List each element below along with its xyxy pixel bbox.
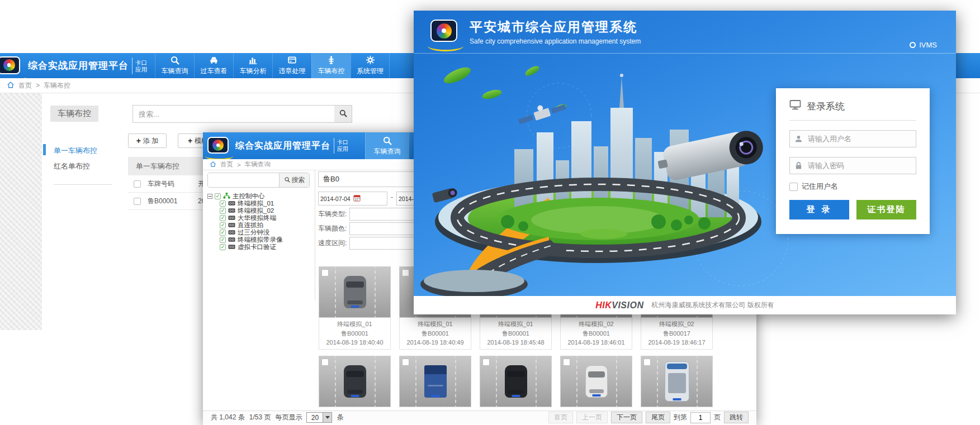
result-caption: 终端模拟_01 鲁B00001 2014-08-19 18:40:49 — [399, 318, 471, 350]
camera-icon — [228, 208, 235, 214]
camera-search-button[interactable]: 搜索 — [279, 173, 309, 187]
vehicle-photo-bus — [641, 356, 713, 407]
tree-checkbox[interactable] — [220, 230, 226, 236]
nav-system-management[interactable]: 系统管理 — [351, 53, 390, 78]
result-card[interactable] — [641, 356, 713, 407]
tree-checkbox[interactable] — [220, 208, 226, 214]
tree-checkbox[interactable] — [220, 222, 226, 228]
add-button[interactable]: + 添 加 — [128, 133, 167, 148]
search-icon — [284, 176, 290, 184]
tree-checkbox[interactable] — [220, 215, 226, 221]
sidebar-item-single-vehicle[interactable]: 单一车辆布控 — [54, 146, 97, 156]
main-nav: 车辆查询 过车查看 车辆分析 违章处理 车辆布控 系统管理 — [155, 53, 390, 78]
search-input[interactable] — [132, 105, 335, 123]
goto-button[interactable]: 跳转 — [724, 412, 749, 423]
last-page-button[interactable]: 尾页 — [646, 412, 670, 423]
nav-passing-vehicles[interactable]: 过车查看 — [194, 53, 233, 78]
photo-checkbox[interactable] — [321, 269, 329, 276]
goto-page-input[interactable] — [690, 412, 711, 423]
app-logo — [0, 56, 23, 75]
camera-tree: 主控制中心 终端模拟_01 终端模拟_02 大华模拟终端 直连抓拍 — [207, 193, 313, 251]
search-button[interactable] — [334, 105, 352, 123]
page-margin-pattern — [0, 93, 42, 330]
remember-checkbox[interactable] — [789, 183, 798, 191]
sidebar-header: 车辆布控 — [50, 106, 98, 122]
search-icon — [382, 136, 392, 145]
tree-checkbox[interactable] — [220, 200, 226, 207]
app-logo — [430, 20, 461, 44]
result-card[interactable] — [399, 356, 471, 407]
photo-checkbox[interactable] — [643, 359, 651, 366]
goto-unit: 页 — [714, 413, 721, 422]
app-tag: 卡口 应用 — [334, 138, 348, 154]
violation-card-icon — [287, 55, 297, 65]
per-page-select[interactable]: 20 — [306, 412, 332, 423]
select-all-checkbox[interactable] — [134, 180, 141, 188]
photo-checkbox[interactable] — [563, 359, 570, 366]
breadcrumb-current: 车辆查询 — [245, 160, 271, 169]
gear-icon — [366, 55, 375, 65]
speed-range-label: 速度区间: — [318, 238, 347, 248]
tree-checkbox[interactable] — [220, 237, 226, 243]
nav-vehicle-query[interactable]: 车辆查询 — [155, 53, 194, 78]
first-page-button[interactable]: 首页 — [548, 412, 573, 423]
calendar-icon — [353, 194, 385, 203]
app-tag: 卡口 应用 — [132, 58, 147, 74]
photo-checkbox[interactable] — [402, 269, 409, 276]
pagination-controls: 首页 上一页 下一页 尾页 到第 页 跳转 — [548, 412, 749, 423]
result-card[interactable] — [480, 356, 552, 407]
system-title: 平安城市综合应用管理系统 — [470, 18, 641, 36]
nav-vehicle-deployment[interactable]: 车辆布控 — [311, 53, 351, 78]
vehicle-color-label: 车辆颜色: — [318, 224, 347, 233]
camera-icon — [228, 215, 235, 222]
nav-violation-handling[interactable]: 违章处理 — [272, 53, 311, 78]
username-field-wrap — [789, 130, 916, 147]
camera-icon — [228, 200, 235, 207]
camera-search-box: 搜索 — [207, 173, 310, 188]
result-caption: 终端模拟_01 鲁B00001 2014-08-19 18:40:40 — [319, 318, 391, 350]
camera-icon — [228, 237, 235, 243]
vehicle-photo-white-car — [560, 356, 632, 407]
next-page-button[interactable]: 下一页 — [611, 412, 642, 423]
chevron-down-icon[interactable] — [323, 412, 332, 423]
plus-icon: + — [136, 137, 141, 145]
result-caption: 终端模拟_01 鲁B00001 2014-08-19 18:45:48 — [480, 318, 552, 350]
date-start-picker[interactable]: 2014-07-04 00:00:00 — [318, 192, 387, 206]
result-card[interactable] — [319, 356, 391, 407]
result-caption: 终端模拟_02 鲁B00017 2014-08-19 18:46:17 — [641, 318, 713, 350]
sidebar-active-marker — [43, 144, 46, 155]
tree-node[interactable]: 大华模拟终端 — [220, 214, 313, 222]
username-field[interactable] — [789, 130, 916, 147]
vehicle-photo-dark-car — [319, 356, 391, 407]
ivms-badge[interactable]: IVMS — [910, 41, 937, 49]
nav-vehicle-analysis[interactable]: 车辆分析 — [233, 53, 272, 78]
user-icon — [794, 135, 803, 143]
breadcrumb-home[interactable]: 首页 — [220, 160, 233, 169]
plus-icon: + — [188, 137, 192, 145]
result-card[interactable] — [560, 356, 632, 407]
login-window: 平安城市综合应用管理系统 Safe city comprehensive app… — [414, 11, 956, 314]
photo-checkbox[interactable] — [321, 359, 329, 366]
prev-page-button[interactable]: 上一页 — [576, 412, 608, 423]
camera-icon — [228, 244, 235, 251]
hikvision-logo: HIKVISION — [595, 300, 643, 311]
photo-checkbox[interactable] — [482, 359, 490, 366]
row-checkbox[interactable] — [134, 198, 141, 205]
tree-checkbox[interactable] — [215, 193, 221, 199]
tree-checkbox[interactable] — [220, 244, 226, 250]
collapse-icon[interactable] — [207, 194, 212, 199]
sidebar-divider — [54, 184, 112, 185]
camera-icon — [228, 230, 235, 236]
nav-vehicle-query[interactable]: 车辆查询 — [365, 132, 409, 159]
cert-login-button[interactable]: 证书登陆 — [856, 200, 916, 219]
password-field-wrap — [789, 157, 916, 174]
login-button[interactable]: 登 录 — [789, 200, 849, 219]
photo-checkbox[interactable] — [402, 359, 409, 366]
home-icon — [210, 161, 216, 169]
tree-node[interactable]: 虚拟卡口验证 — [220, 243, 313, 251]
camera-search-input[interactable] — [208, 173, 279, 187]
result-card[interactable]: 终端模拟_01 鲁B00001 2014-08-19 18:40:40 — [319, 266, 391, 350]
sidebar-item-red-list[interactable]: 红名单布控 — [54, 161, 90, 171]
password-field[interactable] — [789, 157, 916, 174]
breadcrumb-home[interactable]: 首页 — [18, 81, 32, 90]
